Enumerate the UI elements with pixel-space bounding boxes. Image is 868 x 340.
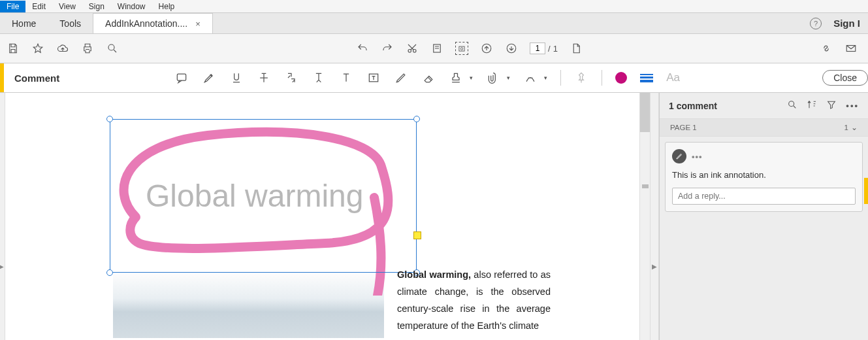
sort-comments-icon[interactable] (807, 99, 817, 112)
svg-rect-4 (459, 46, 464, 51)
save-icon[interactable] (7, 42, 20, 55)
text-style-icon[interactable]: Aa (666, 71, 680, 84)
svg-point-5 (460, 48, 463, 50)
undo-icon[interactable] (356, 42, 369, 55)
main-toolbar: / 1 (0, 34, 868, 63)
mail-icon[interactable] (844, 42, 858, 55)
print-icon[interactable] (81, 42, 94, 55)
drawing-caret-icon[interactable]: ▾ (544, 75, 547, 81)
sticky-note-icon[interactable] (174, 71, 189, 85)
sign-in-button[interactable]: Sign I (833, 18, 860, 29)
collapse-right-icon[interactable]: ▶ (652, 263, 657, 270)
left-rail[interactable]: ▶ (0, 93, 5, 340)
stamp-caret-icon[interactable]: ▾ (470, 75, 473, 81)
comments-panel: 1 comment ••• PAGE 1 1 ⌄ ••• This is an … (659, 93, 868, 340)
filter-comments-icon[interactable] (826, 99, 837, 112)
resize-handle-tl[interactable] (106, 116, 113, 122)
tabs-bar: Home Tools AddInkAnnotation.... × ? Sign… (0, 13, 868, 34)
resize-handle-tr[interactable] (413, 116, 420, 122)
menu-file[interactable]: File (0, 1, 25, 12)
link-icon[interactable] (820, 42, 833, 55)
page-down-icon[interactable] (505, 42, 518, 55)
menu-window[interactable]: Window (111, 1, 152, 12)
more-options-icon[interactable]: ••• (846, 101, 859, 110)
page-display-icon[interactable] (430, 42, 443, 55)
page-comment-count: 1 (844, 124, 848, 131)
document-viewport[interactable]: Global warming Global warming, also refe… (5, 93, 639, 340)
page-thumbnail-icon[interactable] (570, 42, 583, 55)
note-popup-icon[interactable] (413, 231, 421, 239)
underline-icon[interactable] (229, 71, 244, 85)
drawing-tools-icon[interactable] (523, 71, 538, 85)
redo-icon[interactable] (381, 42, 394, 55)
strikethrough-icon[interactable] (257, 71, 271, 85)
text-comment-icon[interactable] (339, 71, 353, 85)
comment-menu-icon[interactable]: ••• (692, 152, 703, 162)
document-body: Global warming, also referred to as clim… (397, 266, 551, 334)
tab-document[interactable]: AddInkAnnotation.... × (93, 13, 213, 33)
stamp-icon[interactable] (449, 71, 463, 85)
document-body-bold: Global warming, (397, 269, 471, 280)
menu-bar: File Edit View Sign Window Help (0, 0, 868, 13)
page-current-input[interactable] (530, 42, 545, 54)
svg-rect-9 (178, 74, 186, 80)
help-icon[interactable]: ? (810, 18, 822, 29)
pin-icon[interactable] (574, 71, 588, 85)
tab-tools[interactable]: Tools (48, 13, 93, 33)
zoom-icon[interactable] (106, 42, 119, 55)
vertical-scrollbar[interactable] (639, 93, 650, 340)
comment-toolbar: Comment ▾ ▾ ▾ Aa Close (0, 63, 868, 93)
menu-sign[interactable]: Sign (82, 1, 111, 12)
comment-card[interactable]: ••• This is an ink annotation. (665, 142, 863, 212)
menu-help[interactable]: Help (152, 1, 182, 12)
cut-icon[interactable] (406, 42, 419, 55)
tab-home[interactable]: Home (0, 13, 48, 33)
page-label: PAGE 1 (670, 124, 697, 131)
pencil-icon[interactable] (394, 71, 408, 85)
menu-view[interactable]: View (52, 1, 82, 12)
snapshot-icon[interactable] (455, 42, 468, 55)
page-up-icon[interactable] (480, 42, 493, 55)
star-icon[interactable] (31, 42, 44, 55)
attach-caret-icon[interactable]: ▾ (507, 75, 510, 81)
expand-right-icon[interactable]: ▶ (0, 263, 4, 270)
menu-edit[interactable]: Edit (25, 1, 52, 12)
replace-text-icon[interactable] (284, 71, 298, 85)
page-separator: / (548, 44, 551, 54)
panel-accent (864, 178, 868, 204)
comment-text: This is an ink annotation. (672, 170, 856, 180)
svg-point-11 (789, 101, 794, 107)
line-thickness-icon[interactable] (640, 74, 653, 82)
comments-header: 1 comment ••• (660, 93, 868, 119)
scrollbar-marker (642, 184, 649, 188)
comments-count-label: 1 comment (669, 101, 787, 111)
annotation-selection[interactable] (110, 119, 417, 273)
page-indicator: / 1 (530, 42, 558, 54)
tab-close-icon[interactable]: × (195, 19, 201, 29)
toolbar-separator (560, 70, 561, 86)
search-comments-icon[interactable] (787, 99, 797, 112)
mid-rail[interactable]: ▶ (650, 93, 659, 340)
resize-handle-bl[interactable] (106, 269, 113, 276)
close-button[interactable]: Close (822, 70, 868, 86)
attach-icon[interactable] (486, 71, 500, 85)
insert-text-icon[interactable] (312, 71, 326, 85)
cloud-upload-icon[interactable] (56, 42, 69, 55)
main-area: ▶ Global warming Global warming, also re… (0, 93, 868, 340)
chevron-down-icon[interactable]: ⌄ (851, 123, 858, 132)
toolbar-separator (602, 70, 602, 86)
eraser-icon[interactable] (421, 71, 436, 85)
comment-type-icon (672, 149, 686, 163)
comment-label: Comment (4, 73, 70, 84)
text-box-icon[interactable] (366, 71, 381, 85)
highlight-icon[interactable] (202, 71, 216, 85)
svg-point-0 (108, 44, 114, 50)
reply-input[interactable] (672, 188, 856, 205)
page-total: 1 (553, 44, 558, 54)
scrollbar-thumb[interactable] (640, 93, 650, 132)
tab-document-label: AddInkAnnotation.... (105, 18, 187, 29)
color-picker[interactable] (615, 72, 627, 84)
comments-page-header[interactable]: PAGE 1 1 ⌄ (660, 119, 868, 137)
